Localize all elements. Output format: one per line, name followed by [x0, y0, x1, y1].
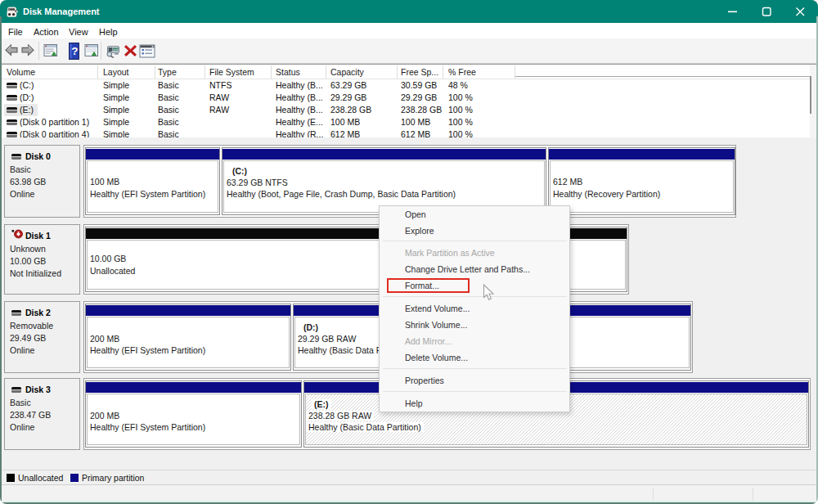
svg-text:?: ?: [71, 45, 78, 57]
